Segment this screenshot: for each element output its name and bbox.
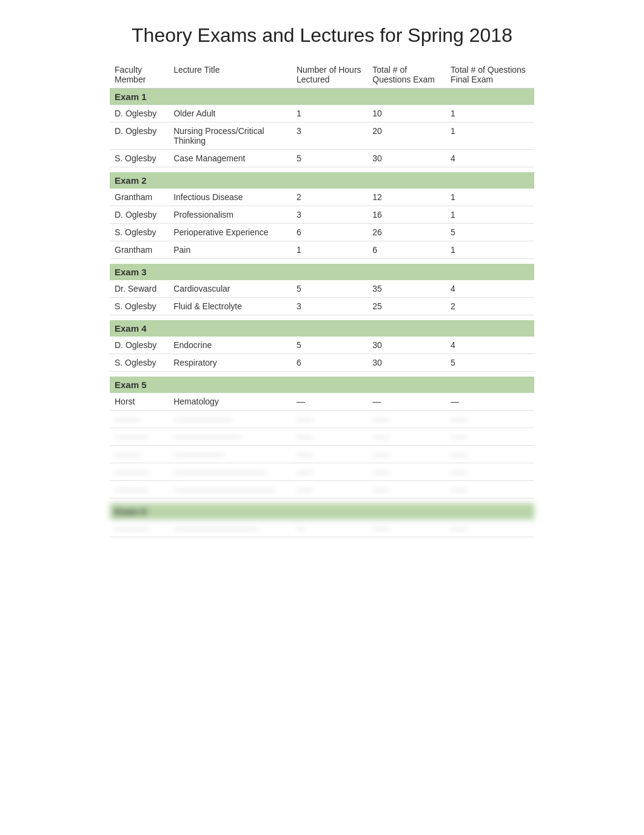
- questions-cell: ——: [367, 446, 446, 463]
- table-row: ——————————————————————: [110, 481, 534, 498]
- final-cell: 4: [446, 280, 534, 298]
- hours-cell: ——: [292, 481, 367, 498]
- col-header-faculty: Faculty Member: [110, 61, 169, 89]
- hours-cell: 3: [292, 122, 367, 150]
- final-cell: 2: [446, 298, 534, 315]
- lecture-cell: Fluid & Electrolyte: [169, 298, 292, 315]
- final-cell: 4: [446, 150, 534, 167]
- faculty-cell: D. Oglesby: [110, 122, 169, 150]
- final-cell: ——: [446, 428, 534, 446]
- final-cell: 5: [446, 354, 534, 372]
- final-cell: ——: [446, 481, 534, 498]
- faculty-cell: S. Oglesby: [110, 150, 169, 167]
- final-cell: 4: [446, 337, 534, 354]
- questions-cell: ——: [367, 520, 446, 537]
- final-cell: —: [446, 393, 534, 411]
- spacer-row: [110, 498, 534, 504]
- table-row: D. OglesbyNursing Process/Critical Think…: [110, 122, 534, 150]
- hours-cell: ——: [292, 428, 367, 446]
- exam-header-row: Exam 5: [110, 377, 534, 393]
- final-cell: ——: [446, 463, 534, 481]
- faculty-cell: D. Oglesby: [110, 337, 169, 354]
- questions-cell: ——: [367, 411, 446, 428]
- questions-cell: 12: [367, 189, 446, 206]
- exam-label: Exam 1: [110, 89, 534, 106]
- lecture-cell: ——————: [169, 446, 292, 463]
- table-row: ———————————————: [110, 446, 534, 463]
- table-header-row: Faculty Member Lecture Title Number of H…: [110, 61, 534, 89]
- questions-cell: 20: [367, 122, 446, 150]
- final-cell: 1: [446, 206, 534, 224]
- col-header-lecture: Lecture Title: [169, 61, 292, 89]
- spacer-row: [110, 167, 534, 173]
- final-cell: 1: [446, 105, 534, 122]
- exam-header-row: Exam 1: [110, 89, 534, 106]
- final-cell: 1: [446, 189, 534, 206]
- faculty-cell: D. Oglesby: [110, 206, 169, 224]
- questions-cell: 30: [367, 150, 446, 167]
- hours-cell: 3: [292, 298, 367, 315]
- table-row: GranthamInfectious Disease2121: [110, 189, 534, 206]
- exam-label: Exam 5: [110, 377, 534, 393]
- questions-cell: 30: [367, 337, 446, 354]
- table-row: S. OglesbyPerioperative Experience6265: [110, 224, 534, 241]
- hours-cell: 2: [292, 189, 367, 206]
- table-row: S. OglesbyCase Management5304: [110, 150, 534, 167]
- lecture-cell: Hematology: [169, 393, 292, 411]
- faculty-cell: ————: [110, 428, 169, 446]
- exam-label: Exam 2: [110, 172, 534, 189]
- hours-cell: 5: [292, 150, 367, 167]
- questions-cell: ——: [367, 428, 446, 446]
- table-row: ——————————————————: [110, 428, 534, 446]
- faculty-cell: S. Oglesby: [110, 224, 169, 241]
- hours-cell: 1: [292, 105, 367, 122]
- table-row: —————————————————————: [110, 463, 534, 481]
- faculty-cell: ———: [110, 411, 169, 428]
- questions-cell: 25: [367, 298, 446, 315]
- faculty-cell: S. Oglesby: [110, 298, 169, 315]
- lecture-cell: Respiratory: [169, 354, 292, 372]
- questions-cell: ——: [367, 481, 446, 498]
- faculty-cell: ———: [110, 446, 169, 463]
- exam-label: Exam 6: [110, 503, 534, 520]
- table-row: S. OglesbyFluid & Electrolyte3252: [110, 298, 534, 315]
- questions-cell: 30: [367, 354, 446, 372]
- faculty-cell: D. Oglesby: [110, 105, 169, 122]
- lecture-cell: Pain: [169, 241, 292, 259]
- hours-cell: 6: [292, 224, 367, 241]
- hours-cell: ——: [292, 463, 367, 481]
- questions-cell: 16: [367, 206, 446, 224]
- faculty-cell: S. Oglesby: [110, 354, 169, 372]
- col-header-final: Total # of Questions Final Exam: [446, 61, 534, 89]
- table-row: Dr. SewardCardiovascular5354: [110, 280, 534, 298]
- faculty-cell: ————: [110, 481, 169, 498]
- table-row: ————————————————: [110, 411, 534, 428]
- questions-cell: —: [367, 393, 446, 411]
- final-cell: ——: [446, 411, 534, 428]
- questions-cell: 10: [367, 105, 446, 122]
- col-header-hours: Number of Hours Lectured: [292, 61, 367, 89]
- final-cell: 1: [446, 122, 534, 150]
- table-row: D. OglesbyEndocrine5304: [110, 337, 534, 354]
- exam-header-row: Exam 3: [110, 264, 534, 280]
- questions-cell: 26: [367, 224, 446, 241]
- questions-cell: ——: [367, 463, 446, 481]
- final-cell: 5: [446, 224, 534, 241]
- lecture-cell: Nursing Process/Critical Thinking: [169, 122, 292, 150]
- hours-cell: 5: [292, 280, 367, 298]
- hours-cell: —: [292, 520, 367, 537]
- spacer-row: [110, 315, 534, 321]
- page-title: Theory Exams and Lectures for Spring 201…: [12, 24, 632, 47]
- spacer-row: [110, 259, 534, 264]
- faculty-cell: Grantham: [110, 189, 169, 206]
- table-row: D. OglesbyOlder Adult1101: [110, 105, 534, 122]
- lecture-cell: Case Management: [169, 150, 292, 167]
- spacer-row: [110, 372, 534, 377]
- faculty-cell: ————: [110, 520, 169, 537]
- faculty-cell: Dr. Seward: [110, 280, 169, 298]
- lecture-cell: Endocrine: [169, 337, 292, 354]
- exam-header-row: Exam 2: [110, 172, 534, 189]
- exam-header-row: Exam 6: [110, 503, 534, 520]
- hours-cell: 3: [292, 206, 367, 224]
- exam-label: Exam 3: [110, 264, 534, 280]
